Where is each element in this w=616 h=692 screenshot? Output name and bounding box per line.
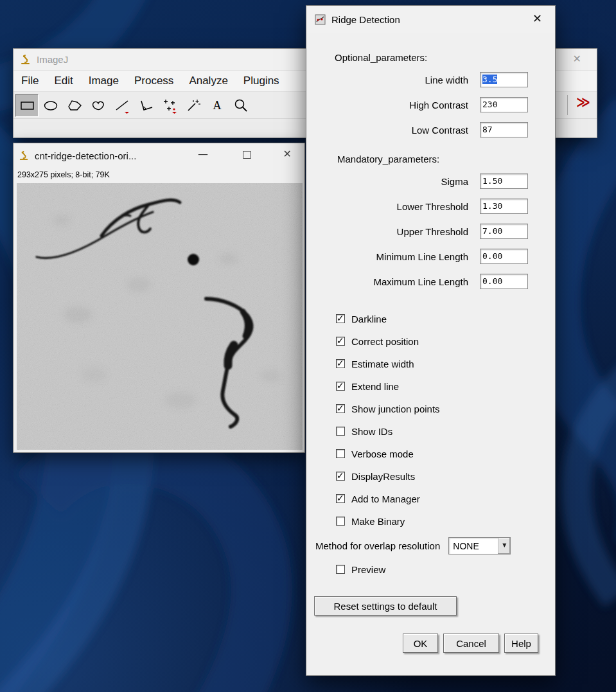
magnifier-icon [233, 97, 249, 114]
dialog-close-icon[interactable]: ✕ [532, 13, 542, 24]
cancel-button[interactable]: Cancel [443, 634, 499, 653]
chevron-down-icon: ▼ [502, 543, 506, 548]
dialog-title: Ridge Detection [331, 14, 400, 25]
zoom-tool-button[interactable] [229, 94, 252, 117]
more-tools-icon[interactable]: ≫ [576, 96, 590, 109]
imagej-close-icon[interactable]: ✕ [573, 54, 581, 64]
toolbar-separator [567, 95, 568, 115]
wand-tool-button[interactable] [182, 94, 205, 117]
checkbox-display-results[interactable]: DisplayResults [336, 469, 555, 483]
menu-image[interactable]: Image [89, 75, 119, 87]
oval-icon [42, 97, 59, 114]
imagej-window-title: ImageJ [37, 54, 68, 65]
low-contrast-field[interactable]: 87 [480, 122, 528, 138]
checkbox-show-ids[interactable]: Show IDs [336, 424, 555, 438]
line-width-label: Line width [425, 75, 468, 85]
checkbox-group: Darkline Correct position Estimate width… [306, 312, 555, 528]
dialog-button-row: OK Cancel Help [306, 634, 555, 653]
menu-edit[interactable]: Edit [54, 75, 73, 87]
checkbox-extend-line[interactable]: Extend line [336, 379, 555, 393]
svg-text:A: A [213, 99, 222, 112]
upper-threshold-label: Upper Threshold [397, 226, 468, 237]
point-icon [161, 97, 178, 114]
image-canvas[interactable] [17, 183, 303, 450]
checkbox-box[interactable] [336, 472, 345, 481]
checkbox-box[interactable] [336, 427, 345, 436]
menu-analyze[interactable]: Analyze [189, 75, 227, 87]
line-icon [114, 97, 130, 114]
checkbox-box[interactable] [336, 382, 345, 391]
menu-process[interactable]: Process [134, 75, 173, 87]
dialog-titlebar[interactable]: Ridge Detection ✕ [306, 6, 555, 33]
checkbox-correct-position[interactable]: Correct position [336, 334, 555, 348]
angle-tool-button[interactable] [134, 94, 157, 117]
image-status-text: 293x275 pixels; 8-bit; 79K [13, 168, 304, 183]
overlap-resolution-label: Method for overlap resolution [315, 540, 440, 551]
freehand-icon [90, 97, 107, 114]
checkbox-add-to-manager[interactable]: Add to Manager [336, 492, 555, 506]
wand-icon [185, 97, 202, 114]
line-tool-button[interactable] [110, 94, 134, 117]
lower-threshold-label: Lower Threshold [397, 201, 468, 212]
checkbox-make-binary[interactable]: Make Binary [336, 514, 555, 528]
checkbox-box[interactable] [336, 517, 345, 526]
field-row: Line width 3.5 [306, 71, 555, 88]
lower-threshold-field[interactable]: 1.30 [480, 199, 528, 214]
minimum-line-length-label: Minimum Line Length [376, 251, 468, 262]
checkbox-verbose-mode[interactable]: Verbose mode [336, 447, 555, 461]
checkbox-box[interactable] [336, 565, 345, 574]
line-width-field[interactable]: 3.5 [480, 72, 528, 87]
field-row: Sigma 1.50 [306, 173, 555, 190]
polygon-icon [66, 97, 83, 114]
optional-parameters-header: Optional_parameters: [335, 52, 555, 63]
checkbox-darkline[interactable]: Darkline [336, 312, 555, 326]
maximize-icon[interactable]: □ [242, 149, 252, 159]
checkbox-box[interactable] [336, 404, 345, 413]
high-contrast-field[interactable]: 230 [480, 97, 528, 112]
menu-plugins[interactable]: Plugins [243, 75, 279, 87]
image-window-icon [19, 150, 30, 161]
text-tool-button[interactable]: A [206, 94, 229, 117]
ridge-detection-icon [315, 14, 326, 25]
overlap-method-dropdown[interactable]: NONE ▼ [448, 537, 511, 554]
ridge-detection-dialog: Ridge Detection ✕ Optional_parameters: L… [306, 5, 556, 676]
image-window: cnt-ridge-detection-ori... — □ ✕ 293x275… [13, 143, 305, 453]
upper-threshold-field[interactable]: 7.00 [480, 224, 528, 239]
sigma-field[interactable]: 1.50 [480, 173, 528, 189]
image-window-titlebar[interactable]: cnt-ridge-detection-ori... — □ ✕ [13, 143, 304, 168]
field-row: Maximum Line Length 0.00 [306, 273, 555, 290]
reset-settings-button[interactable]: Reset settings to default [314, 596, 457, 616]
field-row: Low Contrast 87 [306, 121, 555, 138]
help-button[interactable]: Help [504, 634, 538, 653]
minimize-icon[interactable]: — [198, 149, 208, 159]
checkbox-box[interactable] [336, 359, 345, 368]
maximum-line-length-field[interactable]: 0.00 [480, 274, 528, 289]
checkbox-estimate-width[interactable]: Estimate width [336, 357, 555, 371]
checkbox-box[interactable] [336, 337, 345, 346]
image-window-close-icon[interactable]: ✕ [283, 149, 292, 159]
polygon-tool-button[interactable] [63, 94, 86, 117]
checkbox-show-junction-points[interactable]: Show junction points [336, 402, 555, 416]
imagej-microscope-icon [20, 54, 31, 66]
rectangle-icon [19, 97, 35, 114]
field-row: Upper Threshold 7.00 [306, 223, 555, 240]
sigma-label: Sigma [441, 176, 468, 187]
image-window-title: cnt-ridge-detection-ori... [35, 150, 136, 161]
oval-tool-button[interactable] [39, 94, 62, 117]
freehand-tool-button[interactable] [87, 94, 110, 117]
point-tool-button[interactable] [158, 94, 181, 117]
dropdown-button[interactable]: ▼ [498, 538, 510, 554]
checkbox-preview[interactable]: Preview [336, 562, 555, 576]
minimum-line-length-field[interactable]: 0.00 [480, 249, 528, 264]
ok-button[interactable]: OK [403, 634, 438, 653]
mandatory-parameters-header: Mandatory_parameters: [337, 154, 555, 164]
checkbox-box[interactable] [336, 494, 345, 503]
checkbox-box[interactable] [336, 314, 345, 323]
field-row: Minimum Line Length 0.00 [306, 248, 555, 265]
checkbox-box[interactable] [336, 449, 345, 458]
menu-file[interactable]: File [21, 75, 39, 87]
field-row: High Contrast 230 [306, 96, 555, 113]
low-contrast-label: Low Contrast [412, 125, 468, 136]
field-row: Lower Threshold 1.30 [306, 198, 555, 215]
rectangle-tool-button[interactable] [15, 94, 39, 117]
